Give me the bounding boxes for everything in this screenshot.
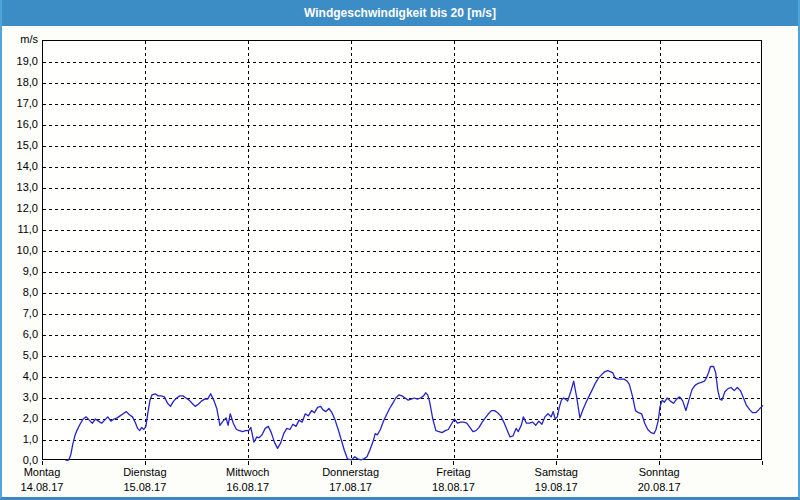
wind-speed-series-line bbox=[66, 367, 763, 462]
y-tick-label: 4,0 bbox=[2, 370, 38, 382]
y-tick-label: 15,0 bbox=[2, 139, 38, 151]
x-date-label: 16.08.17 bbox=[226, 481, 269, 493]
x-axis-tick bbox=[659, 461, 660, 465]
y-tick-label: 7,0 bbox=[2, 307, 38, 319]
x-date-label: 18.08.17 bbox=[432, 481, 475, 493]
x-date-label: 17.08.17 bbox=[329, 481, 372, 493]
y-tick-label: 3,0 bbox=[2, 391, 38, 403]
x-axis-tick bbox=[351, 461, 352, 465]
x-axis-tick bbox=[762, 461, 763, 465]
y-tick-label: 16,0 bbox=[2, 118, 38, 130]
x-date-label: 20.08.17 bbox=[638, 481, 681, 493]
x-axis-tick bbox=[453, 461, 454, 465]
x-axis-tick bbox=[556, 461, 557, 465]
x-axis-tick bbox=[42, 461, 43, 465]
y-tick-label: 10,0 bbox=[2, 244, 38, 256]
y-tick-label: 18,0 bbox=[2, 76, 38, 88]
y-tick-label: 17,0 bbox=[2, 97, 38, 109]
y-tick-label: 0,0 bbox=[2, 454, 38, 466]
y-tick-label: 5,0 bbox=[2, 349, 38, 361]
x-date-label: 14.08.17 bbox=[21, 481, 64, 493]
y-tick-label: 6,0 bbox=[2, 328, 38, 340]
y-tick-label: 12,0 bbox=[2, 202, 38, 214]
x-day-label: Dienstag bbox=[123, 466, 166, 478]
x-axis-tick bbox=[145, 461, 146, 465]
x-day-label: Donnerstag bbox=[322, 466, 379, 478]
y-tick-label: 11,0 bbox=[2, 223, 38, 235]
x-day-label: Sonntag bbox=[639, 466, 680, 478]
wind-speed-line-chart bbox=[43, 41, 763, 461]
y-tick-label: 2,0 bbox=[2, 412, 38, 424]
x-day-label: Montag bbox=[24, 466, 61, 478]
y-tick-label: 8,0 bbox=[2, 286, 38, 298]
x-day-label: Mittwoch bbox=[226, 466, 269, 478]
x-day-label: Samstag bbox=[535, 466, 578, 478]
y-tick-label: 13,0 bbox=[2, 181, 38, 193]
y-tick-label: 9,0 bbox=[2, 265, 38, 277]
x-date-label: 15.08.17 bbox=[123, 481, 166, 493]
plot-area bbox=[42, 40, 762, 460]
x-date-label: 19.08.17 bbox=[535, 481, 578, 493]
x-day-label: Freitag bbox=[436, 466, 470, 478]
window-title: Windgeschwindigkeit bis 20 [m/s] bbox=[304, 6, 496, 20]
wind-chart-window: Windgeschwindigkeit bis 20 [m/s] m/s 0,0… bbox=[0, 0, 800, 500]
y-axis-unit-label: m/s bbox=[2, 33, 38, 45]
window-titlebar[interactable]: Windgeschwindigkeit bis 20 [m/s] bbox=[0, 0, 800, 26]
y-tick-label: 14,0 bbox=[2, 160, 38, 172]
y-tick-label: 1,0 bbox=[2, 433, 38, 445]
y-tick-label: 19,0 bbox=[2, 55, 38, 67]
x-axis-tick bbox=[248, 461, 249, 465]
